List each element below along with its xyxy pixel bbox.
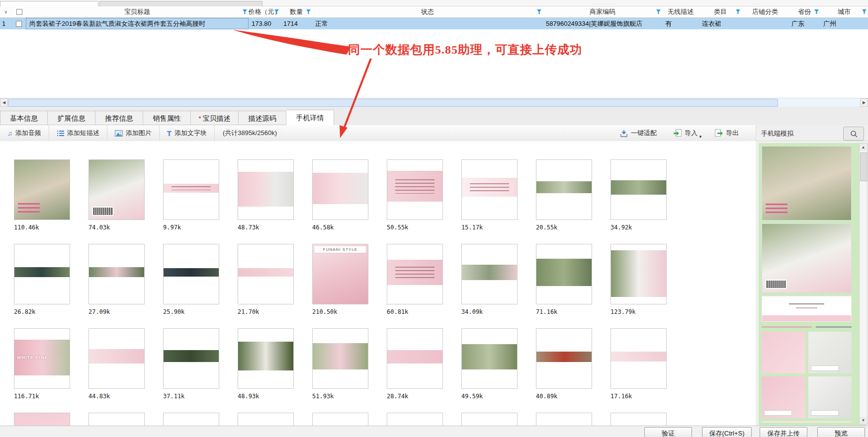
phone-preview-block — [762, 376, 852, 418]
thumbnail-cell — [610, 413, 667, 426]
thumbnail-cell: 123.79k — [610, 244, 667, 315]
col-quantity-label: 数量 — [290, 7, 303, 16]
col-shop-category[interactable]: 店铺分类 — [742, 6, 788, 17]
tab-recommend-info[interactable]: 推荐信息 — [95, 111, 143, 125]
col-quantity[interactable]: 数量 — [280, 6, 312, 17]
select-all-caret[interactable]: ∨ — [4, 9, 7, 14]
filter-icon[interactable] — [537, 9, 541, 14]
thumbnail-image[interactable] — [461, 244, 518, 304]
thumbnail-cell: 34.09k — [461, 244, 518, 315]
add-image-button[interactable]: 添加图片 — [107, 125, 160, 141]
thumbnail-strip — [536, 352, 592, 363]
thumbnail-image[interactable] — [387, 413, 443, 426]
filter-icon[interactable] — [656, 9, 661, 14]
col-merchant-code[interactable]: 商家编码 — [543, 6, 662, 17]
thumbnail-size: 17.16k — [610, 393, 667, 400]
export-button[interactable]: 导出 — [710, 125, 744, 141]
thumbnail-image[interactable] — [387, 328, 443, 389]
one-key-fit-button[interactable]: 一键适配 — [615, 125, 662, 141]
thumbnail-image[interactable] — [536, 328, 592, 389]
thumbnail-image[interactable] — [88, 159, 145, 220]
preview-button[interactable]: 预览 — [817, 427, 865, 437]
thumbnail-cell — [387, 413, 443, 426]
thumbnail-image[interactable] — [312, 159, 368, 220]
tab-basic-info[interactable]: 基本信息 — [0, 111, 48, 125]
thumbnail-image[interactable] — [163, 159, 219, 220]
horizontal-scrollbar[interactable]: ◀ ▶ — [0, 98, 868, 107]
thumbnail-image[interactable] — [387, 244, 443, 304]
select-all-checkbox[interactable] — [16, 9, 22, 15]
filter-icon[interactable] — [814, 9, 819, 14]
thumbnail-image[interactable]: FUNANI STYLE — [312, 244, 368, 304]
phone-scrollbar-thumb[interactable] — [860, 152, 868, 181]
add-audio-button[interactable]: ♫ 添加音频 — [0, 125, 49, 141]
thumbnail-image[interactable] — [238, 159, 294, 220]
thumbnail-image[interactable]: WHITE PINK — [14, 328, 70, 389]
thumbnail-image[interactable] — [238, 413, 294, 426]
scroll-right-icon[interactable]: ▶ — [860, 98, 868, 107]
save-and-upload-button[interactable]: 保存并上传 — [760, 427, 807, 437]
thumbnail-image[interactable] — [312, 413, 368, 426]
thumbnail-image[interactable] — [536, 244, 592, 304]
scroll-down-icon[interactable]: ▼ — [860, 417, 867, 424]
thumbnail-strip — [89, 267, 144, 277]
save-button[interactable]: 保存(Ctrl+S) — [702, 427, 752, 437]
thumbnail-cell: 51.93k — [312, 328, 368, 400]
col-city[interactable]: 城市 — [820, 6, 868, 17]
filter-icon[interactable] — [243, 9, 247, 14]
thumbnail-strip — [164, 350, 219, 362]
thumbnail-image[interactable] — [610, 159, 667, 220]
thumbnail-image[interactable] — [610, 328, 667, 389]
filter-icon[interactable] — [862, 9, 867, 14]
tab-description-source[interactable]: 描述源码 — [239, 111, 286, 125]
verify-button[interactable]: 验证 — [644, 427, 692, 437]
import-button[interactable]: 导入 ▼ — [669, 125, 707, 141]
thumbnail-image[interactable] — [163, 413, 219, 426]
thumbnail-image[interactable] — [88, 328, 145, 389]
thumbnail-image[interactable] — [610, 413, 667, 426]
scroll-left-icon[interactable]: ◀ — [0, 98, 8, 107]
add-text-block-button[interactable]: T 添加文字块 — [160, 125, 215, 141]
textlines-decoration — [395, 179, 435, 194]
row-category: 连衣裙 — [699, 18, 742, 29]
add-short-description-button[interactable]: 添加短描述 — [49, 125, 107, 141]
col-category[interactable]: 类目 — [699, 6, 742, 17]
tab-item-description[interactable]: *宝贝描述 — [191, 111, 239, 125]
thumbnail-image[interactable] — [461, 413, 518, 426]
thumbnail-image[interactable] — [163, 244, 219, 304]
filter-icon[interactable] — [306, 9, 311, 14]
thumbnail-image[interactable] — [163, 328, 219, 389]
filter-icon[interactable] — [736, 9, 740, 14]
col-wireless-desc[interactable]: 无线描述 — [662, 6, 699, 17]
thumbnail-image[interactable] — [610, 244, 667, 304]
tab-sales-attrs[interactable]: 销售属性 — [143, 111, 191, 125]
tab-phone-detail[interactable]: 手机详情 — [286, 110, 334, 125]
row-title[interactable]: 尚套装裙子2019春装新款气质淑女连衣裙两件套五分袖高腰时 — [26, 18, 249, 29]
col-price[interactable]: 价格（元） — [249, 6, 280, 17]
thumbnail-image[interactable] — [14, 244, 70, 304]
thumbnail-image[interactable] — [461, 159, 518, 220]
col-title[interactable]: 宝贝标题 — [26, 6, 249, 17]
col-status[interactable]: 状态 — [312, 6, 543, 17]
tab-extended-info[interactable]: 扩展信息 — [48, 111, 95, 125]
thumbnail-image[interactable] — [238, 244, 294, 304]
thumbnail-image[interactable] — [238, 328, 294, 389]
thumbnail-size: 46.58k — [312, 224, 368, 231]
scroll-up-icon[interactable]: ▲ — [860, 144, 867, 151]
thumbnail-image[interactable] — [461, 328, 518, 389]
product-row[interactable]: 1 尚套装裙子2019春装新款气质淑女连衣裙两件套五分袖高腰时 173.80 1… — [0, 18, 868, 29]
horizontal-scrollbar-thumb[interactable] — [8, 99, 778, 107]
import-dropdown-icon[interactable]: ▼ — [698, 135, 702, 139]
thumbnail-image[interactable] — [88, 413, 145, 426]
thumbnail-image[interactable] — [88, 244, 145, 304]
thumbnail-image[interactable] — [387, 159, 443, 220]
col-province[interactable]: 省份 — [788, 6, 820, 17]
thumbnail-image[interactable] — [14, 413, 70, 426]
zoom-button[interactable] — [843, 127, 864, 141]
phone-vertical-scrollbar[interactable]: ▲ ▼ — [859, 143, 868, 425]
row-checkbox[interactable] — [16, 21, 22, 27]
thumbnail-image[interactable] — [536, 159, 592, 220]
thumbnail-image[interactable] — [312, 328, 368, 389]
thumbnail-image[interactable] — [14, 159, 70, 220]
thumbnail-image[interactable] — [536, 413, 592, 426]
